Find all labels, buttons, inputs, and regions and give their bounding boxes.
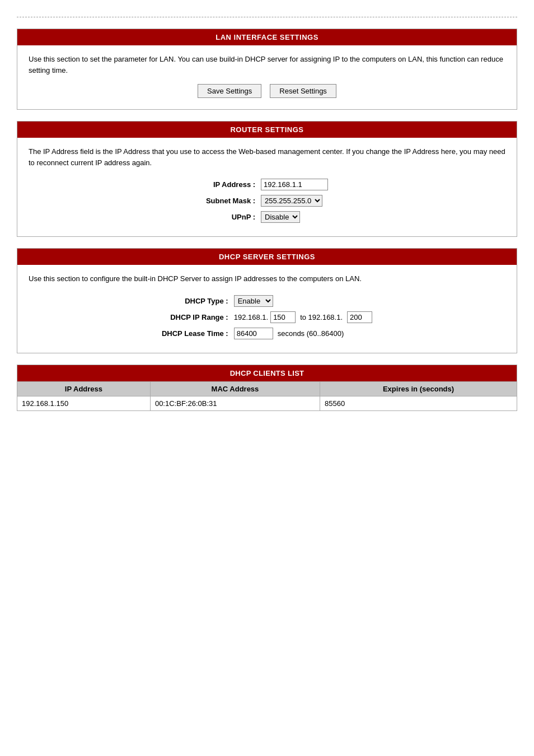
router-settings-body: The IP Address field is the IP Address t… bbox=[17, 138, 517, 236]
dhcp-server-body: Use this section to configure the built-… bbox=[17, 265, 517, 353]
client-expires: 85560 bbox=[320, 396, 517, 410]
ip-address-cell bbox=[258, 176, 331, 193]
top-divider bbox=[17, 17, 517, 17]
router-settings-header: ROUTER SETTINGS bbox=[17, 122, 517, 138]
router-settings-section: ROUTER SETTINGS The IP Address field is … bbox=[17, 121, 517, 237]
lan-interface-title: LAN INTERFACE SETTINGS bbox=[216, 33, 318, 41]
dhcp-lease-note: seconds (60..86400) bbox=[278, 329, 344, 338]
dhcp-server-header: DHCP SERVER SETTINGS bbox=[17, 249, 517, 265]
dhcp-range-start-input[interactable] bbox=[270, 311, 296, 323]
dhcp-server-section: DHCP SERVER SETTINGS Use this section to… bbox=[17, 248, 517, 353]
dhcp-range-label: DHCP IP Range : bbox=[159, 309, 231, 325]
col-header-mac: MAC Address bbox=[150, 381, 320, 396]
clients-col-header-row: IP Address MAC Address Expires in (secon… bbox=[17, 381, 517, 396]
dhcp-range-cell: 192.168.1. to 192.168.1. bbox=[231, 309, 375, 325]
dhcp-lease-cell: seconds (60..86400) bbox=[231, 325, 375, 342]
lan-interface-header: LAN INTERFACE SETTINGS bbox=[17, 29, 517, 45]
dhcp-server-title: DHCP SERVER SETTINGS bbox=[219, 253, 315, 261]
dhcp-range-inputs: 192.168.1. to 192.168.1. bbox=[234, 311, 372, 323]
clients-table-body: 192.168.1.150 00:1C:BF:26:0B:31 85560 bbox=[17, 396, 517, 410]
dhcp-clients-table: DHCP CLIENTS LIST IP Address MAC Address… bbox=[17, 365, 517, 411]
ip-address-input[interactable] bbox=[261, 179, 328, 190]
dhcp-type-cell: Enable Disable bbox=[231, 293, 375, 309]
subnet-mask-cell: 255.255.255.0 255.255.0.0 255.0.0.0 bbox=[258, 193, 331, 209]
router-settings-description: The IP Address field is the IP Address t… bbox=[29, 146, 505, 168]
dhcp-range-prefix-start: 192.168.1. bbox=[234, 313, 268, 321]
clients-title-row: DHCP CLIENTS LIST bbox=[17, 365, 517, 381]
dhcp-lease-inputs: seconds (60..86400) bbox=[234, 328, 372, 339]
dhcp-server-form: DHCP Type : Enable Disable DHCP IP Range… bbox=[159, 293, 375, 342]
dhcp-range-to-text: to 192.168.1. bbox=[300, 313, 343, 321]
ip-address-label: IP Address : bbox=[203, 176, 258, 193]
ip-address-row: IP Address : bbox=[203, 176, 331, 193]
dhcp-lease-input[interactable] bbox=[234, 328, 273, 339]
lan-interface-section: LAN INTERFACE SETTINGS Use this section … bbox=[17, 29, 517, 110]
lan-interface-description: Use this section to set the parameter fo… bbox=[29, 54, 505, 76]
lan-interface-body: Use this section to set the parameter fo… bbox=[17, 45, 517, 109]
client-ip: 192.168.1.150 bbox=[17, 396, 151, 410]
dhcp-range-row: DHCP IP Range : 192.168.1. to 192.168.1. bbox=[159, 309, 375, 325]
dhcp-lease-row: DHCP Lease Time : seconds (60..86400) bbox=[159, 325, 375, 342]
dhcp-server-description: Use this section to configure the built-… bbox=[29, 273, 505, 284]
clients-table-title: DHCP CLIENTS LIST bbox=[17, 365, 517, 381]
dhcp-type-row: DHCP Type : Enable Disable bbox=[159, 293, 375, 309]
dhcp-type-label: DHCP Type : bbox=[159, 293, 231, 309]
subnet-mask-label: Subnet Mask : bbox=[203, 193, 258, 209]
reset-settings-button[interactable]: Reset Settings bbox=[270, 84, 336, 98]
upnp-select[interactable]: Disable Enable bbox=[261, 211, 300, 223]
upnp-cell: Disable Enable bbox=[258, 209, 331, 225]
dhcp-lease-label: DHCP Lease Time : bbox=[159, 325, 231, 342]
save-settings-button[interactable]: Save Settings bbox=[198, 84, 261, 98]
client-mac: 00:1C:BF:26:0B:31 bbox=[150, 396, 320, 410]
subnet-mask-select[interactable]: 255.255.255.0 255.255.0.0 255.0.0.0 bbox=[261, 195, 322, 207]
lan-interface-buttons: Save Settings Reset Settings bbox=[29, 84, 505, 98]
subnet-mask-row: Subnet Mask : 255.255.255.0 255.255.0.0 … bbox=[203, 193, 331, 209]
table-row: 192.168.1.150 00:1C:BF:26:0B:31 85560 bbox=[17, 396, 517, 410]
upnp-label: UPnP : bbox=[203, 209, 258, 225]
dhcp-range-end-input[interactable] bbox=[347, 311, 372, 323]
col-header-expires: Expires in (seconds) bbox=[320, 381, 517, 396]
dhcp-type-select[interactable]: Enable Disable bbox=[234, 295, 273, 307]
upnp-row: UPnP : Disable Enable bbox=[203, 209, 331, 225]
col-header-ip: IP Address bbox=[17, 381, 151, 396]
router-settings-form: IP Address : Subnet Mask : 255.255.255.0… bbox=[203, 176, 331, 225]
router-settings-title: ROUTER SETTINGS bbox=[230, 125, 303, 134]
